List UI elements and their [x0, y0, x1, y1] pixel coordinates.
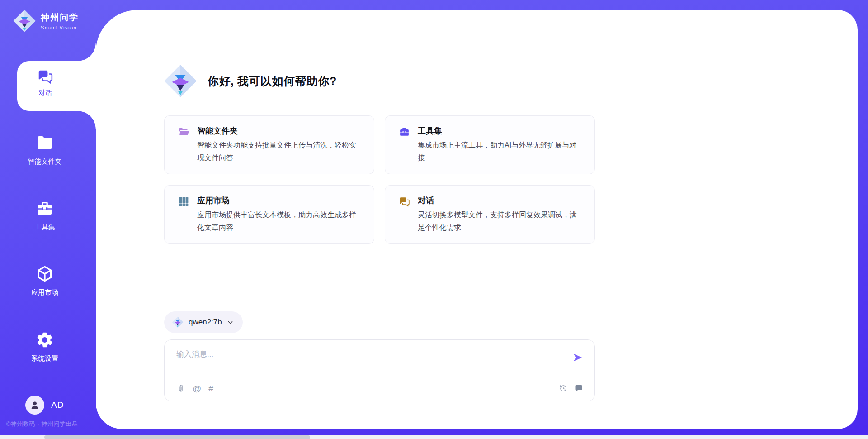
- message-composer: @ #: [164, 339, 595, 401]
- sidebar-item-label: 智能文件夹: [11, 157, 79, 166]
- send-icon: [572, 352, 583, 363]
- chevron-down-icon: [227, 319, 234, 326]
- user-profile[interactable]: AD: [25, 396, 64, 415]
- gear-icon: [36, 331, 54, 349]
- folder-icon: [36, 134, 54, 152]
- copyright-footer: ©神州数码 · 神州问学出品: [6, 420, 78, 428]
- sidebar-item-chat-active[interactable]: 对话: [17, 61, 96, 111]
- avatar: [25, 396, 44, 415]
- card-toolset[interactable]: 工具集 集成市场上主流工具，助力AI与外界无缝扩展与对接: [385, 115, 595, 174]
- sidebar-item-label: 系统设置: [11, 354, 79, 363]
- model-diamond-icon: [172, 316, 184, 328]
- tab-connector-top: [78, 43, 96, 61]
- toolbox-icon: [36, 200, 54, 218]
- brand-diamond-icon: [13, 9, 36, 33]
- card-description: 智能文件夹功能支持批量文件上传与清洗，轻松实现文件问答: [197, 139, 356, 164]
- horizontal-scrollbar[interactable]: [0, 435, 868, 439]
- card-chat[interactable]: 对话 灵活切换多模型文件，支持多样回复效果调试，满足个性化需求: [385, 185, 595, 244]
- hash-icon[interactable]: #: [208, 384, 213, 393]
- message-input[interactable]: [176, 346, 561, 363]
- sidebar-item-label: 对话: [17, 89, 73, 97]
- send-button[interactable]: [572, 352, 583, 363]
- greeting-text: 你好, 我可以如何帮助你?: [208, 74, 337, 89]
- sidebar-item-smart-folder[interactable]: 智能文件夹: [11, 134, 79, 166]
- person-icon: [29, 399, 41, 411]
- feature-cards: 智能文件夹 智能文件夹功能支持批量文件上传与清洗，轻松实现文件问答 工具集 集成…: [164, 115, 595, 244]
- sidebar-item-toolset[interactable]: 工具集: [11, 200, 79, 232]
- card-title: 工具集: [418, 125, 577, 136]
- at-mention-icon[interactable]: @: [193, 384, 201, 393]
- card-smart-folder[interactable]: 智能文件夹 智能文件夹功能支持批量文件上传与清洗，轻松实现文件问答: [164, 115, 374, 174]
- card-description: 应用市场提供丰富长文本模板，助力高效生成多样化文章内容: [197, 209, 356, 234]
- sidebar-item-label: 工具集: [11, 223, 79, 232]
- chat-icon: [399, 196, 410, 207]
- user-initials: AD: [51, 400, 64, 410]
- card-description: 集成市场上主流工具，助力AI与外界无缝扩展与对接: [418, 139, 577, 164]
- grid-icon: [178, 196, 189, 207]
- model-name: qwen2:7b: [189, 318, 222, 327]
- card-title: 应用市场: [197, 195, 356, 206]
- composer-toolbar: @ #: [176, 375, 583, 401]
- greeting-diamond-icon: [163, 64, 198, 98]
- toolbox-icon: [399, 126, 410, 138]
- brand-subtitle: Smart Vision: [41, 25, 79, 30]
- cube-icon: [36, 265, 54, 283]
- chat-icon: [37, 68, 53, 85]
- model-selector[interactable]: qwen2:7b: [164, 311, 243, 333]
- card-title: 对话: [418, 195, 577, 206]
- paperclip-icon[interactable]: [176, 384, 185, 393]
- brand: 神州问学 Smart Vision: [13, 9, 79, 33]
- card-title: 智能文件夹: [197, 125, 356, 136]
- app-window: 神州问学 Smart Vision 对话 智能文件夹 工具集 应用市场 系统设置…: [0, 0, 868, 439]
- tab-connector-bottom: [78, 111, 96, 129]
- sidebar-item-label: 应用市场: [11, 288, 79, 297]
- chat-history-icon[interactable]: [574, 384, 583, 393]
- greeting: 你好, 我可以如何帮助你?: [163, 64, 337, 98]
- sidebar-item-app-market[interactable]: 应用市场: [11, 265, 79, 297]
- card-app-market[interactable]: 应用市场 应用市场提供丰富长文本模板，助力高效生成多样化文章内容: [164, 185, 374, 244]
- card-description: 灵活切换多模型文件，支持多样回复效果调试，满足个性化需求: [418, 209, 577, 234]
- brand-name: 神州问学: [41, 12, 79, 24]
- sidebar-item-system-settings[interactable]: 系统设置: [11, 331, 79, 363]
- folder-open-icon: [178, 126, 189, 138]
- scrollbar-thumb[interactable]: [44, 435, 310, 439]
- history-icon[interactable]: [559, 384, 568, 393]
